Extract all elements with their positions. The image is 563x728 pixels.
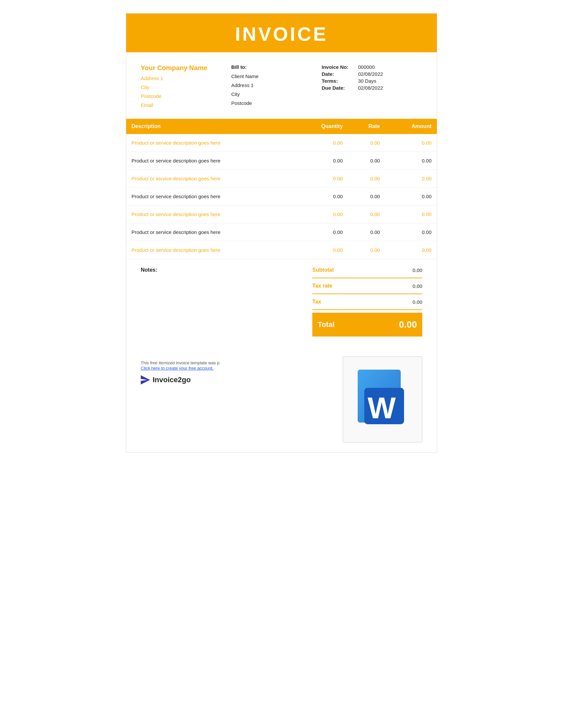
row-description: Product or service description goes here xyxy=(126,205,294,223)
col-quantity: Quantity xyxy=(294,119,348,134)
total-final-row: Total 0.00 xyxy=(312,313,422,337)
company-address1: Address 1 xyxy=(141,74,224,83)
table-row: Product or service description goes here… xyxy=(126,223,437,241)
row-amount: 0.00 xyxy=(385,170,437,188)
invoice2go-brand: Invoice2go xyxy=(141,375,333,385)
bottom-section: Notes: Subtotal 0.00 Tax rate 0.00 Tax 0… xyxy=(126,259,437,350)
row-amount: 0.00 xyxy=(385,241,437,259)
company-column: Your Company Name Address 1 City Postcod… xyxy=(141,64,224,110)
row-description: Product or service description goes here xyxy=(126,241,294,259)
table-row: Product or service description goes here… xyxy=(126,205,437,223)
notes-label: Notes: xyxy=(141,267,157,273)
subtotal-row: Subtotal 0.00 xyxy=(312,262,422,278)
tax-rate-row: Tax rate 0.00 xyxy=(312,278,422,294)
invoice-no-value: 000000 xyxy=(358,64,375,70)
row-amount: 0.00 xyxy=(385,152,437,170)
due-date-label: Due Date: xyxy=(322,85,355,91)
items-table: Description Quantity Rate Amount Product… xyxy=(126,119,437,259)
invoice-no-row: Invoice No: 000000 xyxy=(322,64,422,70)
due-date-row: Due Date: 02/08/2022 xyxy=(322,85,422,91)
col-rate: Rate xyxy=(348,119,385,134)
company-postcode: Postcode xyxy=(141,92,224,101)
row-amount: 0.00 xyxy=(385,188,437,205)
row-rate: 0.00 xyxy=(348,134,385,152)
row-quantity: 0.00 xyxy=(294,152,348,170)
invoice-details-column: Invoice No: 000000 Date: 02/08/2022 Term… xyxy=(315,64,422,110)
client-city: City xyxy=(231,90,315,99)
col-description: Description xyxy=(126,119,294,134)
company-name: Your Company Name xyxy=(141,64,224,72)
subtotal-value: 0.00 xyxy=(413,267,422,273)
table-row: Product or service description goes here… xyxy=(126,152,437,170)
svg-marker-0 xyxy=(141,375,150,385)
total-value: 0.00 xyxy=(399,319,417,330)
row-rate: 0.00 xyxy=(348,205,385,223)
tax-rate-value: 0.00 xyxy=(413,283,422,289)
word-icon: W xyxy=(354,368,411,431)
row-quantity: 0.00 xyxy=(294,188,348,205)
invoice-header: INVOICE xyxy=(126,14,437,52)
due-date-value: 02/08/2022 xyxy=(358,85,383,91)
row-rate: 0.00 xyxy=(348,188,385,205)
bill-to-column: Bill to: Client Name Address 1 City Post… xyxy=(224,64,315,110)
client-postcode: Postcode xyxy=(231,99,315,108)
row-rate: 0.00 xyxy=(348,241,385,259)
notes-column: Notes: xyxy=(126,259,309,337)
invoice-container: INVOICE Your Company Name Address 1 City… xyxy=(126,13,437,453)
client-name: Client Name xyxy=(231,72,315,81)
client-address1: Address 1 xyxy=(231,81,315,90)
invoice-no-label: Invoice No: xyxy=(322,64,355,70)
tax-label: Tax xyxy=(312,299,321,305)
date-value: 02/08/2022 xyxy=(358,71,383,77)
footer-text: This free itemized invoice template was … xyxy=(141,360,219,365)
table-row: Product or service description goes here… xyxy=(126,241,437,259)
tax-value: 0.00 xyxy=(413,299,422,305)
row-quantity: 0.00 xyxy=(294,241,348,259)
row-quantity: 0.00 xyxy=(294,205,348,223)
totals-column: Subtotal 0.00 Tax rate 0.00 Tax 0.00 Tot… xyxy=(309,259,437,337)
row-quantity: 0.00 xyxy=(294,170,348,188)
row-description: Product or service description goes here xyxy=(126,134,294,152)
bill-to-label: Bill to: xyxy=(231,64,315,70)
total-label: Total xyxy=(318,320,335,329)
row-rate: 0.00 xyxy=(348,152,385,170)
footer-left: This free itemized invoice template was … xyxy=(141,356,333,385)
tax-rate-label: Tax rate xyxy=(312,283,332,289)
company-email: Email xyxy=(141,101,224,110)
row-description: Product or service description goes here xyxy=(126,188,294,205)
subtotal-label: Subtotal xyxy=(312,267,334,273)
row-amount: 0.00 xyxy=(385,223,437,241)
brand-name: Invoice2go xyxy=(153,376,191,384)
row-quantity: 0.00 xyxy=(294,134,348,152)
tax-row: Tax 0.00 xyxy=(312,294,422,309)
table-row: Product or service description goes here… xyxy=(126,188,437,205)
row-rate: 0.00 xyxy=(348,223,385,241)
footer-link[interactable]: Click here to create your free account. xyxy=(141,366,333,371)
col-amount: Amount xyxy=(385,119,437,134)
table-row: Product or service description goes here… xyxy=(126,134,437,152)
company-city: City xyxy=(141,83,224,92)
terms-value: 30 Days xyxy=(358,78,376,84)
date-row: Date: 02/08/2022 xyxy=(322,71,422,77)
row-rate: 0.00 xyxy=(348,170,385,188)
terms-row: Terms: 30 Days xyxy=(322,78,422,84)
row-description: Product or service description goes here xyxy=(126,223,294,241)
row-amount: 0.00 xyxy=(385,134,437,152)
divider-3 xyxy=(312,309,422,310)
row-amount: 0.00 xyxy=(385,205,437,223)
footer-section: This free itemized invoice template was … xyxy=(126,350,437,452)
date-label: Date: xyxy=(322,71,355,77)
row-quantity: 0.00 xyxy=(294,223,348,241)
invoice-title: INVOICE xyxy=(126,23,437,45)
table-row: Product or service description goes here… xyxy=(126,170,437,188)
row-description: Product or service description goes here xyxy=(126,170,294,188)
table-header-row: Description Quantity Rate Amount xyxy=(126,119,437,134)
paper-plane-icon xyxy=(141,375,150,385)
terms-label: Terms: xyxy=(322,78,355,84)
word-icon-box: W xyxy=(343,356,422,442)
svg-text:W: W xyxy=(368,391,396,425)
invoice-info-section: Your Company Name Address 1 City Postcod… xyxy=(126,52,437,119)
row-description: Product or service description goes here xyxy=(126,152,294,170)
